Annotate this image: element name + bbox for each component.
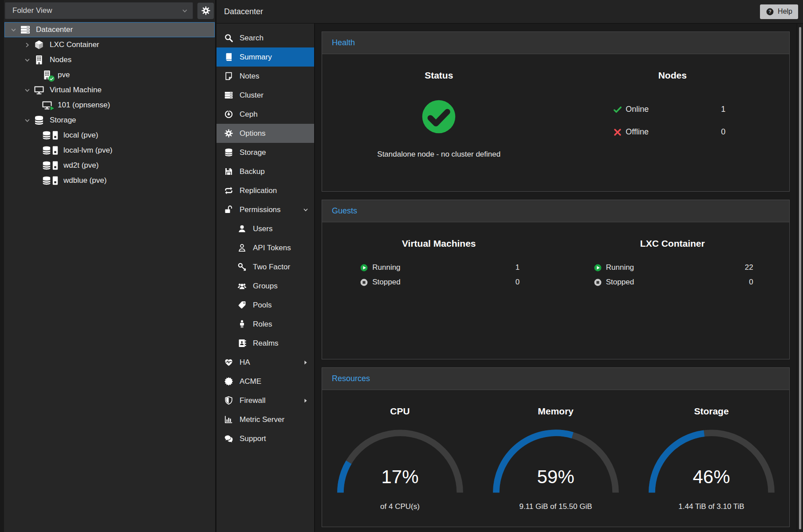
shield-icon [224,396,233,405]
menu-item-realms[interactable]: Realms [216,334,314,353]
certificate-icon [224,377,233,386]
breadcrumb: Datacenter [224,7,263,16]
lxc-running-value: 22 [745,263,753,272]
tree-item-storage-local[interactable]: local (pve) [4,128,215,143]
menu-item-pools[interactable]: Pools [216,296,314,315]
menu-item-options[interactable]: Options [216,124,314,143]
tree-item-storage-wd2t[interactable]: wd2t (pve) [4,158,215,173]
tree-item-label: 101 (opnsense) [58,101,110,110]
lxc-stopped-row: Stopped 0 [588,276,757,288]
main-area: Datacenter Help Search Summary Note [216,0,803,532]
cpu-gauge: 17% [335,428,465,496]
view-mode-value: Folder View [12,6,52,15]
nodes-online-value: 1 [721,105,725,114]
menu-item-search[interactable]: Search [216,28,314,47]
cpu-subtext: of 4 CPU(s) [380,502,420,511]
menu-item-two-factor[interactable]: Two Factor [216,257,314,276]
tree-item-vm-101[interactable]: 101 (opnsense) [4,98,215,113]
menu-item-label: Realms [253,339,279,348]
tree-item-nodes[interactable]: Nodes [4,52,215,67]
chevron-down-icon [303,207,309,213]
chevron-right-icon[interactable] [24,42,31,48]
health-status-column: Status Standalone node - no cluster defi… [322,54,556,191]
tree-item-label: wdblue (pve) [63,176,106,185]
summary-content: Health Status Standalone node - no clust… [315,24,797,532]
memory-gauge: 59% [491,428,621,496]
menu-item-groups[interactable]: Groups [216,276,314,296]
tree-settings-button[interactable] [197,3,214,19]
cpu-percent: 17% [335,466,465,488]
menu-item-replication[interactable]: Replication [216,181,314,200]
tree-item-virtual-machine[interactable]: Virtual Machine [4,83,215,98]
caret-right-icon [303,359,309,366]
lxc-running-row: Running 22 [588,261,757,274]
tree-item-pve[interactable]: pve [4,67,215,83]
menu-item-label: Metric Server [240,415,284,424]
nodes-heading: Nodes [658,70,687,81]
menu-item-label: Pools [253,301,272,310]
menu-item-cluster[interactable]: Cluster [216,86,314,105]
menu-item-label: HA [240,358,250,367]
menu-item-summary[interactable]: Summary [216,47,314,67]
menu-item-firewall[interactable]: Firewall [216,391,314,410]
menu-item-api-tokens[interactable]: API Tokens [216,238,314,257]
question-circle-icon [766,8,774,16]
menu-item-label: Firewall [240,396,266,405]
node-online-icon [42,70,52,80]
tree-item-label: pve [58,71,70,79]
chevron-down-icon[interactable] [24,117,31,124]
panel-title: Guests [332,206,357,216]
nodes-online-row: Online 1 [602,102,742,117]
guests-panel-header: Guests [322,200,789,222]
tree-item-label: Storage [50,116,76,125]
cpu-heading: CPU [390,406,409,417]
chevron-down-icon [181,8,188,14]
tree-item-storage-wdblue[interactable]: wdblue (pve) [4,173,215,188]
menu-item-ha[interactable]: HA [216,353,314,372]
tree-item-storage-local-lvm[interactable]: local-lvm (pve) [4,143,215,158]
building-icon [34,55,44,65]
menu-item-storage[interactable]: Storage [216,143,314,162]
database-icon [34,115,44,126]
chevron-down-icon[interactable] [10,27,17,33]
proxmox-app: Folder View Datacenter LXC Container [0,0,803,532]
chevron-down-icon[interactable] [24,57,31,63]
menu-item-backup[interactable]: Backup [216,162,314,181]
lxc-stopped-label: Stopped [606,278,634,287]
tree-item-label: Nodes [50,55,71,64]
menu-item-acme[interactable]: ACME [216,372,314,391]
storage-gauge: 46% [647,428,776,496]
menu-item-metric-server[interactable]: Metric Server [216,410,314,429]
vm-stopped-label: Stopped [372,278,400,287]
book-icon [224,52,233,62]
chevron-down-icon[interactable] [24,87,31,94]
menu-item-label: Permissions [240,205,281,214]
memory-gauge-column: Memory 59% 9.11 GiB of 15.50 GiB [478,390,634,527]
menu-item-label: Storage [240,148,266,157]
gear-icon [201,6,211,16]
menu-item-notes[interactable]: Notes [216,67,314,86]
scrollbar-thumb[interactable] [799,27,801,529]
menu-item-permissions[interactable]: Permissions [216,200,314,219]
health-ok-icon [420,98,458,136]
tree-item-lxc-container[interactable]: LXC Container [4,37,215,52]
tree-item-datacenter[interactable]: Datacenter [4,22,215,37]
tree-item-storage[interactable]: Storage [4,113,215,128]
menu-item-users[interactable]: Users [216,219,314,238]
storage-heading: Storage [694,406,728,417]
menu-item-roles[interactable]: Roles [216,315,314,334]
main-header: Datacenter Help [216,0,803,24]
play-circle-icon [360,264,368,272]
health-panel-header: Health [322,32,789,54]
menu-item-label: Users [253,225,272,233]
gear-icon [224,129,233,138]
vertical-scrollbar[interactable] [797,24,803,532]
menu-item-support[interactable]: Support [216,429,314,448]
tree-item-label: Virtual Machine [50,86,102,95]
help-button[interactable]: Help [760,4,798,19]
floppy-icon [224,167,233,176]
nodes-offline-label: Offline [626,127,649,137]
menu-item-ceph[interactable]: Ceph [216,105,314,124]
vm-stopped-row: Stopped 0 [354,276,524,288]
view-mode-select[interactable]: Folder View [5,2,193,19]
